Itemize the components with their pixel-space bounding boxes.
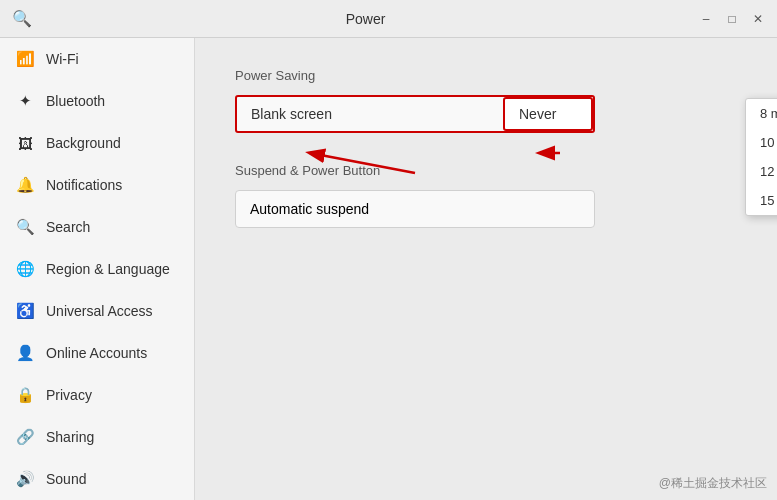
- dropdown-menu: 8 minutes 10 minutes 12 minutes 15 minut…: [745, 98, 777, 216]
- sidebar-label-bluetooth: Bluetooth: [46, 93, 105, 109]
- sidebar-label-privacy: Privacy: [46, 387, 92, 403]
- sidebar-item-bluetooth[interactable]: ✦ Bluetooth: [0, 80, 194, 122]
- search-icon: 🔍: [16, 218, 34, 236]
- online-icon: 👤: [16, 344, 34, 362]
- sidebar-item-online[interactable]: 👤 Online Accounts: [0, 332, 194, 374]
- suspend-section: Suspend & Power Button Automatic suspend: [235, 163, 737, 228]
- automatic-suspend-row[interactable]: Automatic suspend: [235, 190, 595, 228]
- sidebar-label-background: Background: [46, 135, 121, 151]
- dropdown-item-12min[interactable]: 12 minutes: [746, 157, 777, 186]
- sidebar-item-background[interactable]: 🖼 Background: [0, 122, 194, 164]
- notifications-icon: 🔔: [16, 176, 34, 194]
- suspend-title: Suspend & Power Button: [235, 163, 737, 178]
- sidebar-item-sound[interactable]: 🔊 Sound: [0, 458, 194, 500]
- blank-screen-value[interactable]: Never: [503, 97, 593, 131]
- maximize-button[interactable]: □: [723, 10, 741, 28]
- blank-screen-label: Blank screen: [237, 106, 503, 122]
- titlebar-search-icon[interactable]: 🔍: [10, 7, 34, 31]
- sidebar-label-notifications: Notifications: [46, 177, 122, 193]
- power-saving-section: Power Saving Blank screen Never: [235, 68, 737, 133]
- sidebar-item-search[interactable]: 🔍 Search: [0, 206, 194, 248]
- sidebar-label-sound: Sound: [46, 471, 86, 487]
- blank-screen-row[interactable]: Blank screen Never: [235, 95, 595, 133]
- sound-icon: 🔊: [16, 470, 34, 488]
- sidebar-label-wifi: Wi-Fi: [46, 51, 79, 67]
- sidebar-item-region[interactable]: 🌐 Region & Language: [0, 248, 194, 290]
- background-icon: 🖼: [16, 134, 34, 152]
- region-icon: 🌐: [16, 260, 34, 278]
- sidebar-label-sharing: Sharing: [46, 429, 94, 445]
- sidebar-item-universal[interactable]: ♿ Universal Access: [0, 290, 194, 332]
- sidebar-item-notifications[interactable]: 🔔 Notifications: [0, 164, 194, 206]
- wifi-icon: 📶: [16, 50, 34, 68]
- content-area: Power Saving Blank screen Never Suspend …: [195, 38, 777, 500]
- sidebar-item-wifi[interactable]: 📶 Wi-Fi: [0, 38, 194, 80]
- sidebar-item-sharing[interactable]: 🔗 Sharing: [0, 416, 194, 458]
- dropdown-item-8min[interactable]: 8 minutes: [746, 99, 777, 128]
- dropdown-item-15min[interactable]: 15 minutes: [746, 186, 777, 215]
- watermark: @稀土掘金技术社区: [659, 475, 767, 492]
- sidebar-label-region: Region & Language: [46, 261, 170, 277]
- sidebar: 📶 Wi-Fi ✦ Bluetooth 🖼 Background 🔔 Notif…: [0, 38, 195, 500]
- main-layout: 📶 Wi-Fi ✦ Bluetooth 🖼 Background 🔔 Notif…: [0, 38, 777, 500]
- sharing-icon: 🔗: [16, 428, 34, 446]
- titlebar-controls: – □ ✕: [697, 10, 767, 28]
- titlebar: 🔍 Power – □ ✕: [0, 0, 777, 38]
- sidebar-label-search: Search: [46, 219, 90, 235]
- sidebar-item-privacy[interactable]: 🔒 Privacy: [0, 374, 194, 416]
- titlebar-title: Power: [34, 11, 697, 27]
- sidebar-label-universal: Universal Access: [46, 303, 153, 319]
- universal-icon: ♿: [16, 302, 34, 320]
- power-saving-title: Power Saving: [235, 68, 737, 83]
- bluetooth-icon: ✦: [16, 92, 34, 110]
- sidebar-label-online: Online Accounts: [46, 345, 147, 361]
- automatic-suspend-label: Automatic suspend: [250, 201, 369, 217]
- dropdown-item-10min[interactable]: 10 minutes: [746, 128, 777, 157]
- minimize-button[interactable]: –: [697, 10, 715, 28]
- privacy-icon: 🔒: [16, 386, 34, 404]
- close-button[interactable]: ✕: [749, 10, 767, 28]
